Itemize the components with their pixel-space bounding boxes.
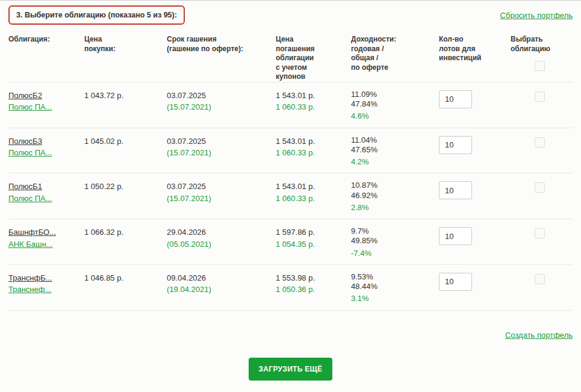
bond-selection-page: 3. Выберите облигацию (показано 5 из 95)…: [0, 0, 581, 392]
lots-input[interactable]: [439, 90, 472, 108]
table-row: ПолюсБ3 Полюс ПА... 1 045.02 р. 03.07.20…: [8, 128, 573, 173]
maturity-date-value: 09.04.2026: [167, 272, 276, 284]
bond-issuer-link[interactable]: Транснеф...: [8, 284, 51, 296]
select-bond-checkbox[interactable]: [535, 274, 545, 284]
maturity-date-value: 03.07.2025: [167, 90, 276, 102]
yield-offer-value: 4.6%: [351, 111, 439, 121]
bond-issuer-link[interactable]: АНК Башн...: [8, 238, 52, 250]
column-header-buy-price: Цена покупки:: [84, 35, 116, 53]
lots-input[interactable]: [439, 181, 472, 199]
buy-price-value: 1 045.02 р.: [84, 137, 123, 146]
bond-issuer-link[interactable]: Полюс ПА...: [8, 193, 52, 205]
select-bond-checkbox[interactable]: [535, 92, 545, 102]
maturity-date-value: 03.07.2025: [167, 181, 276, 193]
yield-annual-value: 10.87%: [351, 181, 439, 190]
yield-total-value: 49.85%: [351, 236, 439, 246]
offer-date-value: (15.07.2021): [167, 193, 276, 205]
select-bond-checkbox[interactable]: [535, 228, 545, 238]
yield-annual-value: 11.04%: [351, 135, 439, 145]
redemption-offer-price-value: 1 060.33 р.: [276, 147, 351, 159]
redemption-offer-price-value: 1 060.33 р.: [276, 101, 351, 113]
maturity-date-value: 29.04.2026: [167, 226, 276, 238]
redemption-price-value: 1 543.01 р.: [276, 181, 351, 193]
column-header-maturity: Срок гашения (гашение по оферте):: [167, 35, 243, 53]
bond-name-link[interactable]: БашнфтБО...: [8, 226, 56, 238]
yield-total-value: 48.44%: [351, 282, 439, 291]
table-row: ТранснфБ... Транснеф... 1 046.85 р. 09.0…: [8, 264, 573, 310]
table-header: Облигация: Цена покупки: Срок гашения (г…: [8, 35, 573, 82]
buy-price-value: 1 043.72 р.: [84, 91, 123, 100]
bond-issuer-link[interactable]: Полюс ПА...: [8, 147, 52, 159]
yield-annual-value: 9.7%: [351, 226, 439, 236]
yield-offer-value: 3.1%: [351, 294, 439, 303]
redemption-offer-price-value: 1 054.35 р.: [276, 238, 351, 250]
bond-name-link[interactable]: ПолюсБ2: [8, 90, 42, 102]
create-portfolio-link[interactable]: Создать портфель: [505, 331, 573, 340]
select-all-checkbox[interactable]: [535, 61, 545, 71]
step-title: 3. Выберите облигацию (показано 5 из 95)…: [8, 5, 185, 25]
yield-offer-value: -7.4%: [351, 249, 439, 258]
offer-date-value: (05.05.2021): [167, 238, 276, 250]
top-bar: 3. Выберите облигацию (показано 5 из 95)…: [8, 5, 573, 25]
redemption-price-value: 1 553.98 р.: [276, 272, 351, 284]
yield-total-value: 47.84%: [351, 99, 439, 109]
table-row: ПолюсБ1 Полюс ПА... 1 050.22 р. 03.07.20…: [8, 173, 573, 219]
column-header-yields: Доходности: годовая / общая / по оферте: [351, 35, 396, 72]
table-row: БашнфтБО... АНК Башн... 1 066.32 р. 29.0…: [8, 219, 573, 264]
buy-price-value: 1 046.85 р.: [84, 273, 123, 282]
redemption-price-value: 1 543.01 р.: [276, 90, 351, 102]
buy-price-value: 1 066.32 р.: [84, 228, 123, 237]
table-row: ПолюсБ2 Полюс ПА... 1 043.72 р. 03.07.20…: [8, 82, 573, 128]
bond-name-link[interactable]: ПолюсБ3: [8, 135, 42, 148]
redemption-offer-price-value: 1 060.33 р.: [276, 193, 351, 205]
yield-annual-value: 11.09%: [351, 90, 439, 99]
column-header-redemption-price: Цена погашения облигации с учетом купоно…: [276, 35, 315, 81]
bond-issuer-link[interactable]: Полюс ПА...: [8, 101, 52, 113]
offer-date-value: (15.07.2021): [167, 147, 276, 159]
redemption-offer-price-value: 1 050.36 р.: [276, 284, 351, 296]
table-body: ПолюсБ2 Полюс ПА... 1 043.72 р. 03.07.20…: [8, 82, 573, 311]
buy-price-value: 1 050.22 р.: [84, 182, 123, 191]
redemption-price-value: 1 543.01 р.: [276, 135, 351, 148]
maturity-date-value: 03.07.2025: [167, 135, 276, 148]
lots-input[interactable]: [439, 136, 472, 154]
lots-input[interactable]: [439, 273, 472, 291]
yield-offer-value: 4.2%: [351, 157, 439, 167]
bond-name-link[interactable]: ТранснфБ...: [8, 272, 52, 284]
column-header-lots: Кол-во лотов для инвестиций: [439, 35, 481, 62]
yield-annual-value: 9.53%: [351, 272, 439, 282]
lots-input[interactable]: [439, 227, 472, 245]
offer-date-value: (19.04.2021): [167, 284, 276, 296]
yield-offer-value: 2.8%: [351, 203, 439, 213]
column-header-bond: Облигация:: [8, 35, 50, 43]
bond-name-link[interactable]: ПолюсБ1: [8, 181, 42, 193]
select-bond-checkbox[interactable]: [535, 137, 545, 148]
yield-total-value: 46.92%: [351, 191, 439, 201]
yield-total-value: 47.65%: [351, 145, 439, 155]
reset-portfolio-link[interactable]: Сбросить портфель: [500, 11, 573, 20]
offer-date-value: (15.07.2021): [167, 101, 276, 113]
column-header-select: Выбрать облигацию: [511, 35, 550, 54]
load-more-button[interactable]: ЗАГРУЗИТЬ ЕЩЁ: [249, 358, 333, 381]
redemption-price-value: 1 597.86 р.: [276, 226, 351, 238]
select-bond-checkbox[interactable]: [535, 182, 545, 193]
